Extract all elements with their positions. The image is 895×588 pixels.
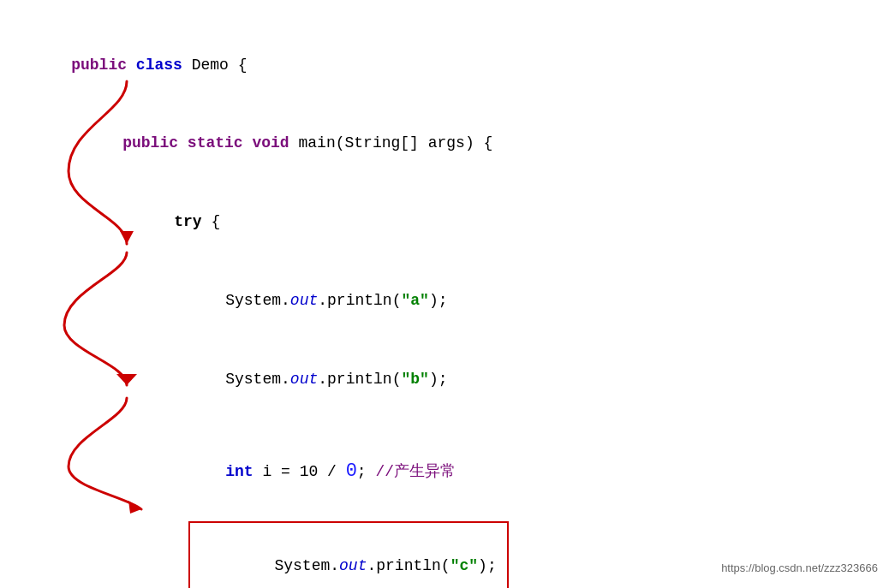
paren-a: ); [429, 292, 448, 309]
var-i: i = 10 / [262, 463, 345, 480]
keyword-void: void [252, 134, 298, 151]
line-println-b: System.out.println("b"); [34, 340, 861, 419]
paren-c: ); [478, 557, 497, 574]
string-b: "b" [401, 371, 428, 388]
paren-b: ); [429, 371, 448, 388]
blank-line-2 [34, 513, 861, 520]
system-out-b: System. [225, 371, 290, 388]
println-a: .println( [318, 292, 401, 309]
red-box-section: System.out.println("c"); System.out.prin… [34, 521, 861, 588]
exception-comment: //产生异常 [375, 463, 456, 480]
line-println-a: System.out.println("a"); [34, 261, 861, 340]
keyword-static: static [188, 134, 253, 151]
out-keyword-c: out [339, 557, 367, 574]
line-main-method: public static void main(String[] args) { [34, 104, 861, 183]
system-out-a: System. [225, 292, 290, 309]
keyword-public2: public [122, 134, 188, 151]
line-try: try { [34, 183, 861, 262]
out-keyword-b: out [290, 371, 318, 388]
system-out-c: System. [274, 557, 339, 574]
keyword-public: public [71, 56, 136, 74]
line-println-c: System.out.println("c"); [200, 526, 497, 588]
class-name: Demo { [192, 56, 248, 74]
zero-value: 0 [346, 460, 357, 482]
line-public-class: public class Demo { [34, 26, 861, 104]
code-block: public class Demo { public static void m… [0, 0, 895, 588]
blank-line-1 [34, 419, 861, 429]
out-keyword-a: out [290, 292, 318, 309]
semicolon-int: ; [357, 463, 376, 480]
not-executed-box: System.out.println("c"); System.out.prin… [188, 521, 509, 588]
line-int-i: int i = 10 / 0; //产生异常 [34, 429, 861, 514]
method-signature: main(String[] args) { [298, 134, 492, 151]
keyword-try: try [174, 213, 211, 230]
string-c: "c" [450, 557, 478, 574]
println-b: .println( [318, 371, 401, 388]
string-a: "a" [401, 292, 428, 309]
println-c: .println( [367, 557, 450, 574]
brace-open: { [211, 213, 220, 230]
keyword-int: int [225, 463, 262, 480]
watermark: https://blog.csdn.net/zzz323666 [721, 561, 878, 574]
keyword-class: class [136, 56, 192, 74]
